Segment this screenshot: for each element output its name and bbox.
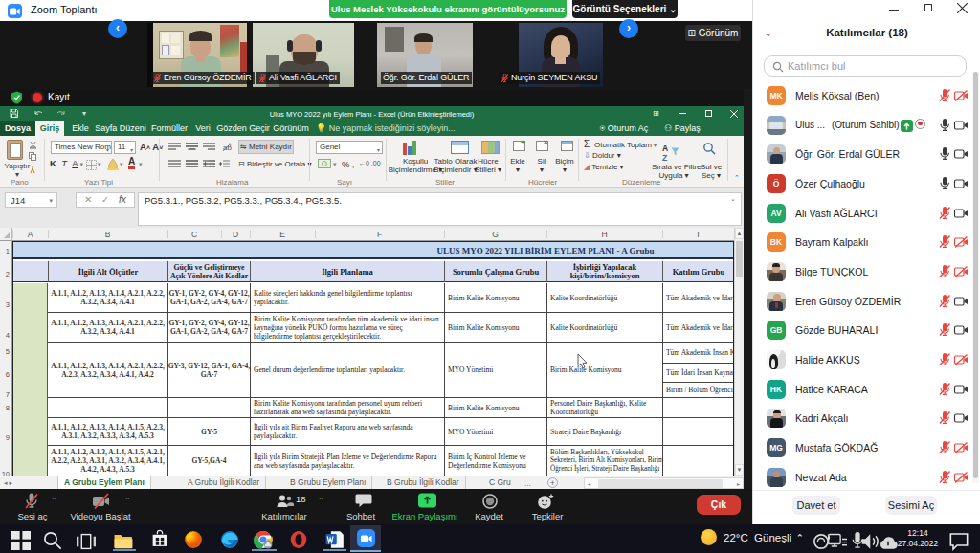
- svg-text:ab: ab: [223, 144, 232, 152]
